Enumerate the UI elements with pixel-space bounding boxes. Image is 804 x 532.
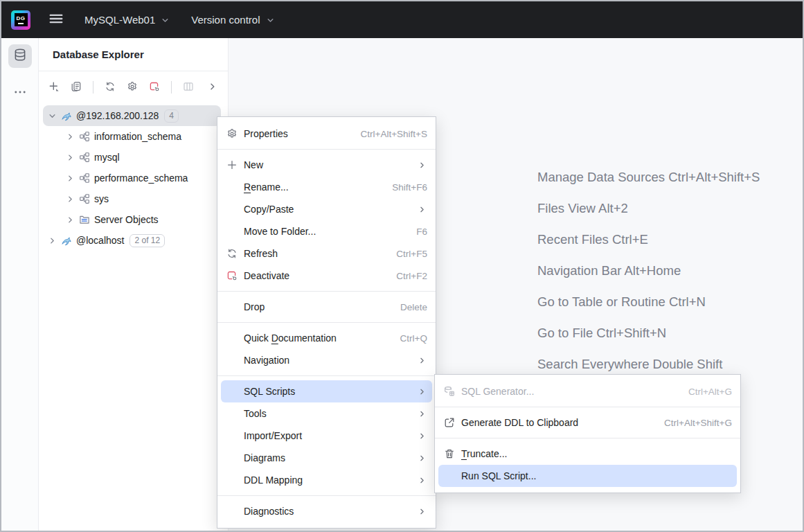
tree-item-label: @localhost [76,235,124,246]
database-explorer-button[interactable] [8,44,32,68]
chevron-right-icon[interactable] [46,236,58,246]
schema-icon [78,193,91,204]
menu-item-quick-documentation[interactable]: Quick DocumentationCtrl+Q [217,327,436,349]
menu-item-label: Generate DDL to Clipboard [461,417,578,428]
toolbar-gear-button[interactable] [127,81,138,94]
menu-item-rename[interactable]: Rename...Shift+F6 [217,176,436,198]
sql-generator-icon [443,386,456,397]
menu-item-truncate[interactable]: Truncate... [435,443,740,465]
menu-item-properties[interactable]: PropertiesCtrl+Alt+Shift+S [217,123,436,145]
chevron-right-icon[interactable] [64,132,76,142]
menu-item-drop[interactable]: DropDelete [217,296,436,318]
tree-row-192-168-200-128[interactable]: @192.168.200.1284 [43,105,221,126]
toolbar-deactivate-button[interactable] [149,81,160,94]
tree-item-label: Server Objects [94,214,159,225]
menu-separator [217,291,436,292]
refresh-icon [105,81,116,94]
main-toolbar: DG MySQL-Web01 Version control [1,1,803,38]
gear-icon [226,128,238,139]
menu-separator [217,495,436,496]
menu-item-label: Import/Export [244,430,302,441]
submenu-arrow-icon [417,453,427,463]
submenu-arrow-icon [417,431,427,441]
menu-separator [217,375,436,376]
menu-item-label: Diagrams [244,452,285,463]
toolbar-separator [93,81,93,94]
menu-separator [435,438,740,438]
tree-row-localhost[interactable]: @localhost2 of 12 [43,230,221,251]
chevron-down-icon[interactable] [46,111,58,121]
more-tool-windows-button[interactable] [14,86,26,101]
menu-item-new[interactable]: New [217,154,436,176]
menu-item-deactivate[interactable]: DeactivateCtrl+F2 [217,265,436,287]
menu-item-label: Drop [244,301,265,312]
toolbar-refresh-button[interactable] [105,81,116,94]
tree-row-server-objects[interactable]: Server Objects [43,209,221,230]
chevron-down-icon [265,15,276,26]
menu-item-copy-paste[interactable]: Copy/Paste [217,198,436,220]
tree-row-performance-schema[interactable]: performance_schema [43,168,221,188]
shortcut-hint-line: Files View Alt+2 [537,193,760,224]
database-tree: @192.168.200.1284information_schemamysql… [39,103,228,251]
chevron-right-icon[interactable] [64,173,76,184]
menu-item-diagnostics[interactable]: Diagnostics [217,500,436,522]
menu-item-shortcut: Ctrl+Q [384,333,427,344]
menu-item-diagrams[interactable]: Diagrams [217,447,436,469]
menu-item-run-sql-script[interactable]: Run SQL Script... [438,465,737,487]
gear-icon [127,81,138,94]
menu-item-label: SQL Generator... [461,386,534,397]
menu-item-import-export[interactable]: Import/Export [217,425,436,447]
tree-item-badge: 2 of 12 [129,234,165,247]
shortcut-hint-line: Navigation Bar Alt+Home [537,255,760,286]
tree-row-sys[interactable]: sys [43,188,221,209]
deactivate-icon [226,270,238,281]
menu-item-sql-scripts[interactable]: SQL Scripts [221,380,432,402]
menu-item-refresh[interactable]: RefreshCtrl+F5 [217,242,436,265]
schema-icon [78,152,91,163]
toolbar-duplicate-button[interactable] [71,81,82,94]
menu-separator [217,322,436,323]
menu-item-navigation[interactable]: Navigation [217,349,436,371]
refresh-icon [226,248,238,259]
vcs-selector[interactable]: Version control [191,14,275,26]
chevron-right-icon[interactable] [64,152,76,163]
menu-item-label: Run SQL Script... [461,470,536,481]
menu-item-label: Diagnostics [244,506,294,517]
menu-item-move-to-folder[interactable]: Move to Folder...F6 [217,220,436,242]
chevron-right-icon[interactable] [64,215,76,225]
main-menu-button[interactable] [48,11,64,28]
menu-item-label: Navigation [244,355,289,366]
submenu-arrow-icon [417,355,427,366]
tree-item-label: sys [94,193,109,204]
menu-item-label: Properties [244,128,288,139]
toolbar-chevron-right-button[interactable] [207,81,218,94]
tree-row-mysql[interactable]: mysql [43,147,221,168]
menu-item-shortcut: Ctrl+F2 [379,271,427,281]
menu-item-label: Quick Documentation [244,332,337,344]
tree-item-label: mysql [94,152,120,163]
toolbar-add-button[interactable] [48,81,60,94]
tree-item-label: performance_schema [94,172,188,184]
submenu-arrow-icon [417,506,427,517]
schema-icon [78,172,91,184]
menu-item-label: Move to Folder... [244,226,316,237]
menu-item-label: Rename... [244,181,289,193]
shortcut-hints: Manage Data Sources Ctrl+Alt+Shift+SFile… [537,161,760,380]
menu-item-generate-ddl-to-clipboard[interactable]: Generate DDL to ClipboardCtrl+Alt+Shift+… [435,411,740,434]
shortcut-hint-line: Go to Table or Routine Ctrl+N [537,286,760,317]
menu-item-label: Truncate... [461,448,507,459]
menu-item-tools[interactable]: Tools [217,402,436,425]
context-menu: PropertiesCtrl+Alt+Shift+SNewRename...Sh… [217,116,436,529]
chevron-right-icon[interactable] [64,194,76,204]
tree-row-information-schema[interactable]: information_schema [43,126,221,147]
datagrip-logo-text: DG [15,13,28,26]
submenu-arrow-icon [417,204,427,215]
menu-item-label: Refresh [244,248,278,259]
hamburger-icon [48,11,64,28]
submenu-arrow-icon [417,387,427,397]
menu-item-sql-generator: SQL Generator...Ctrl+Alt+G [435,380,740,402]
project-selector[interactable]: MySQL-Web01 [84,14,170,26]
menu-item-ddl-mapping[interactable]: DDL Mapping [217,469,436,491]
panel-toolbar [39,71,228,103]
menu-separator [217,149,436,150]
